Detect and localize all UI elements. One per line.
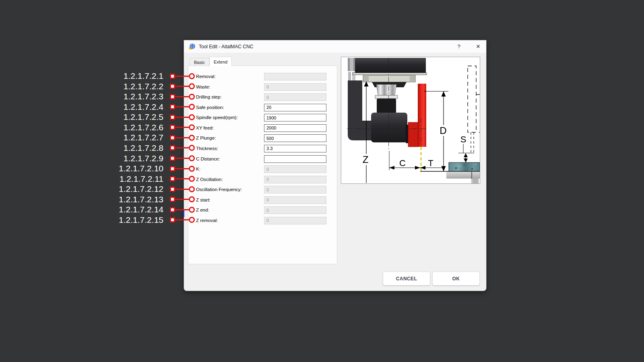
field-label-z-end: Z end: (196, 208, 209, 212)
field-input-thickness[interactable] (264, 145, 326, 152)
annotation-circle-marker (189, 73, 195, 79)
field-label-waste: Waste: (196, 84, 210, 89)
form-row-removal: Removal: (188, 73, 337, 81)
annotation-square-marker (170, 166, 175, 171)
annotation-connector-line (175, 137, 189, 138)
annotation-connector-line (175, 106, 189, 107)
annotation-square-marker (170, 217, 175, 222)
annotation-connector-line (175, 189, 189, 190)
annotation-square-marker (170, 207, 175, 212)
annotation-connector-line (175, 147, 189, 148)
field-label-spindle-speedrpm: Spindle speed(rpm): (196, 115, 238, 120)
annotation-row: 1.2.1.7.2.10 (60, 164, 195, 173)
field-label-z-plunge: Z Plunge: (196, 136, 216, 140)
annotation-row: 1.2.1.7.2.13 (60, 195, 195, 204)
field-input-spindle-speedrpm[interactable] (264, 114, 326, 121)
annotation-number: 1.2.1.7.2.1 (124, 72, 163, 80)
annotation-connector-line (175, 158, 189, 159)
annotation-circle-marker (189, 155, 195, 161)
annotation-row: 1.2.1.7.2.12 (60, 185, 195, 193)
form-row-xy-feed: XY feed: (188, 124, 337, 132)
annotation-connector-line (175, 76, 189, 77)
form-row-z-plunge: Z Plunge: (188, 134, 337, 142)
annotation-square-marker (170, 197, 175, 202)
annotation-row: 1.2.1.7.2.3 (60, 92, 195, 101)
field-label-xy-feed: XY feed: (196, 125, 214, 130)
annotation-square-marker (170, 104, 175, 109)
annotation-number: 1.2.1.7.2.14 (119, 205, 163, 214)
annotation-square-marker (170, 94, 175, 99)
tab-extend[interactable]: Extend (209, 57, 232, 66)
annotation-circle-marker (189, 83, 195, 89)
dialog-title: Tool Edit - AitalMAC CNC (199, 44, 253, 49)
field-label-z-start: Z start: (196, 197, 211, 202)
annotation-square-marker (170, 115, 175, 120)
annotation-square-marker (170, 125, 175, 130)
annotation-row: 1.2.1.7.2.4 (60, 103, 195, 111)
form-row-c-distance: C Distance: (188, 155, 337, 163)
annotation-number: 1.2.1.7.2.6 (124, 123, 163, 132)
annotation-number: 1.2.1.7.2.15 (119, 216, 163, 224)
annotation-connector-line (175, 96, 189, 97)
field-input-removal (264, 73, 326, 80)
field-input-z-removal (264, 217, 326, 224)
annotation-row: 1.2.1.7.2.6 (60, 123, 195, 132)
form-row-safe-position: Safe position: (188, 104, 337, 112)
annotation-circle-marker (189, 135, 195, 141)
tab-strip: Basic Extend (190, 57, 232, 66)
cnc-tool-diagram: Z D C T S (341, 57, 480, 184)
annotation-number: 1.2.1.7.2.12 (119, 185, 163, 193)
annotation-circle-marker (189, 124, 195, 130)
screen: Tool Edit - AitalMAC CNC ? ✕ Basic Exten… (0, 0, 644, 362)
annotation-square-marker (170, 84, 175, 89)
annotation-square-marker (170, 187, 175, 192)
window-edge-artifact (183, 210, 184, 217)
annotation-circle-marker (189, 94, 195, 100)
field-label-z-removal: Z removal: (196, 218, 218, 223)
annotation-row: 1.2.1.7.2.14 (60, 205, 195, 214)
form-row-z-removal: Z removal: (188, 217, 337, 225)
annotation-circle-marker (189, 186, 195, 192)
annotation-number: 1.2.1.7.2.9 (124, 154, 163, 163)
annotation-circle-marker (189, 207, 195, 213)
form-row-z-end: Z end: (188, 206, 337, 214)
annotation-circle-marker (189, 145, 195, 151)
field-input-c-distance[interactable] (264, 155, 326, 163)
annotation-number: 1.2.1.7.2.13 (119, 195, 163, 204)
field-label-drilling-step: Drilling step: (196, 95, 221, 99)
annotation-row: 1.2.1.7.2.15 (60, 216, 195, 224)
dim-label-t: T (428, 158, 433, 168)
field-input-z-end (264, 206, 326, 214)
field-input-xy-feed[interactable] (264, 124, 326, 132)
annotation-square-marker (170, 145, 175, 150)
form-row-thickness: Thickness: (188, 145, 337, 153)
annotation-circle-marker (189, 166, 195, 172)
tool-edit-dialog: Tool Edit - AitalMAC CNC ? ✕ Basic Exten… (184, 40, 487, 291)
field-input-z-start (264, 196, 326, 204)
dim-label-c: C (399, 158, 406, 168)
annotation-square-marker (170, 156, 175, 161)
help-button[interactable]: ? (456, 43, 462, 50)
annotation-number: 1.2.1.7.2.11 (120, 175, 163, 183)
annotation-row: 1.2.1.7.2.7 (60, 133, 195, 142)
ok-button[interactable]: OK (432, 272, 480, 286)
field-input-safe-position[interactable] (264, 104, 326, 111)
annotation-connector-line (175, 127, 189, 128)
annotation-square-marker (170, 135, 175, 140)
annotation-square-marker (170, 74, 175, 79)
tab-basic[interactable]: Basic (190, 58, 209, 66)
cancel-button[interactable]: CANCEL (383, 272, 430, 286)
annotation-circle-marker (189, 104, 195, 110)
field-label-c-distance: C Distance: (196, 156, 220, 161)
field-label-oscillation-frequency: Oscillation Frequency: (196, 187, 242, 192)
field-input-k (264, 165, 326, 173)
annotation-row: 1.2.1.7.2.1 (60, 72, 195, 80)
field-input-oscillation-frequency (264, 186, 326, 193)
annotation-row: 1.2.1.7.2.11 (60, 175, 195, 183)
form-row-k: K: (188, 165, 337, 173)
close-button[interactable]: ✕ (475, 43, 481, 50)
annotation-number: 1.2.1.7.2.10 (119, 164, 163, 173)
field-input-z-plunge[interactable] (264, 134, 326, 142)
annotation-square-marker (170, 176, 175, 181)
dim-label-z: Z (363, 154, 369, 165)
